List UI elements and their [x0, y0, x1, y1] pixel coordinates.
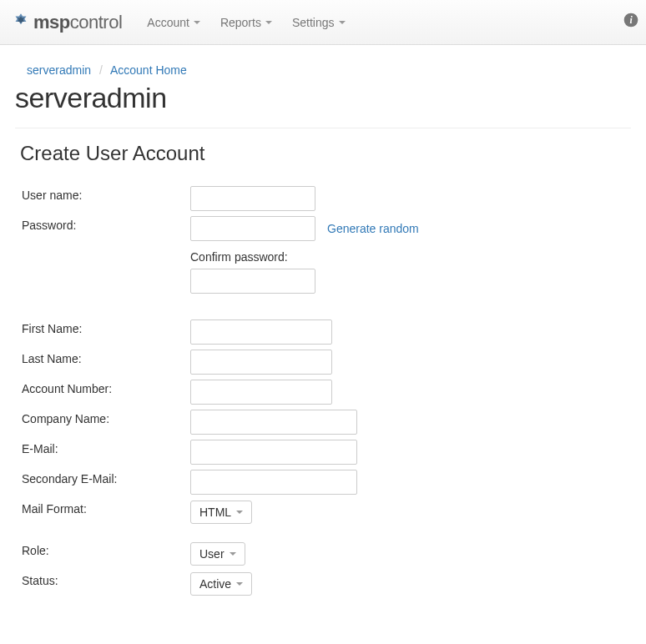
- label-mail-format: Mail Format:: [22, 497, 190, 516]
- chevron-down-icon: [230, 552, 236, 556]
- chevron-down-icon: [265, 21, 272, 24]
- label-email: E-Mail:: [22, 437, 190, 455]
- info-icon[interactable]: i: [623, 12, 639, 31]
- breadcrumb-separator: /: [94, 63, 108, 77]
- section-title: Create User Account: [20, 142, 631, 165]
- company-name-input[interactable]: [190, 410, 357, 435]
- first-name-input[interactable]: [190, 319, 332, 345]
- chevron-down-icon: [339, 21, 346, 24]
- username-input[interactable]: [190, 186, 315, 211]
- label-account-number: Account Number:: [22, 377, 190, 395]
- breadcrumb-serveradmin[interactable]: serveradmin: [27, 63, 91, 77]
- role-dropdown[interactable]: User: [190, 542, 245, 566]
- page-title: serveradmin: [15, 82, 631, 114]
- label-role: Role:: [22, 539, 190, 557]
- label-password: Password:: [22, 214, 190, 232]
- nav-account[interactable]: Account: [137, 8, 210, 38]
- chevron-down-icon: [236, 582, 243, 586]
- top-navbar: mspcontrol Account Reports Settings i: [0, 0, 646, 45]
- page-content: serveradmin / Account Home serveradmin C…: [0, 45, 646, 624]
- chevron-down-icon: [236, 511, 243, 514]
- label-first-name: First Name:: [22, 317, 190, 335]
- label-confirm-password: Confirm password:: [190, 250, 631, 264]
- account-number-input[interactable]: [190, 380, 332, 405]
- create-user-form: User name: Password: Generate random Con…: [15, 184, 631, 599]
- nav-settings[interactable]: Settings: [282, 8, 356, 38]
- brand-logo[interactable]: mspcontrol: [10, 12, 122, 33]
- nav-reports[interactable]: Reports: [210, 8, 282, 38]
- email-input[interactable]: [190, 440, 357, 465]
- chevron-down-icon: [194, 21, 200, 24]
- label-username: User name:: [22, 184, 190, 202]
- password-input[interactable]: [190, 216, 315, 241]
- breadcrumb-account-home[interactable]: Account Home: [110, 63, 187, 77]
- label-status: Status:: [22, 569, 190, 587]
- status-dropdown[interactable]: Active: [190, 572, 252, 596]
- mail-format-dropdown[interactable]: HTML: [190, 501, 252, 524]
- confirm-password-input[interactable]: [190, 269, 315, 294]
- label-company-name: Company Name:: [22, 407, 190, 425]
- divider: [15, 128, 631, 128]
- breadcrumb: serveradmin / Account Home: [15, 57, 631, 80]
- brand-text: mspcontrol: [33, 12, 122, 33]
- label-last-name: Last Name:: [22, 347, 190, 365]
- generate-random-link[interactable]: Generate random: [327, 222, 419, 235]
- label-secondary-email: Secondary E-Mail:: [22, 467, 190, 486]
- logo-icon: [10, 12, 32, 33]
- last-name-input[interactable]: [190, 350, 332, 375]
- secondary-email-input[interactable]: [190, 470, 357, 495]
